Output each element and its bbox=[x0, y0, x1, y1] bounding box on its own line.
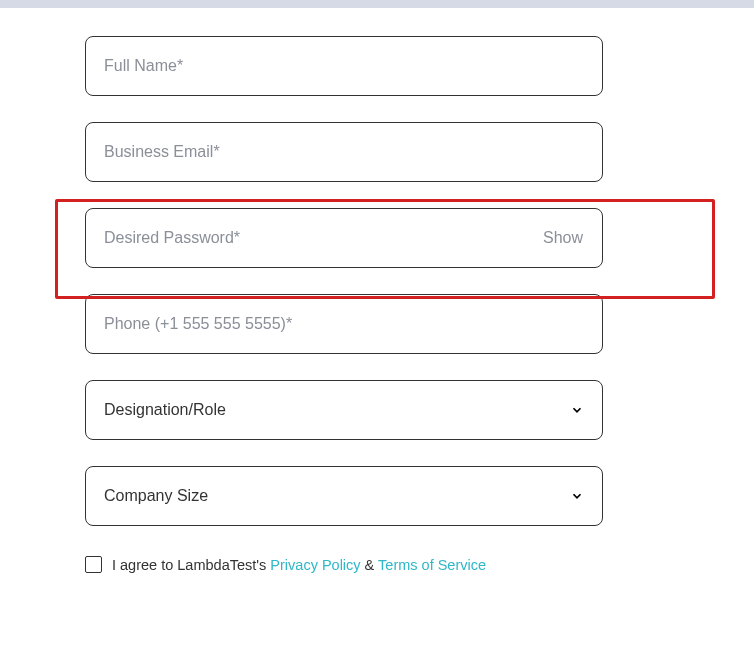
terms-of-service-link[interactable]: Terms of Service bbox=[378, 557, 486, 573]
agree-checkbox[interactable] bbox=[85, 556, 102, 573]
designation-select[interactable]: Designation/Role bbox=[85, 380, 603, 440]
privacy-policy-link[interactable]: Privacy Policy bbox=[270, 557, 360, 573]
password-input[interactable] bbox=[85, 208, 603, 268]
show-password-toggle[interactable]: Show bbox=[543, 229, 583, 247]
password-row: Show bbox=[85, 208, 603, 268]
full-name-input[interactable] bbox=[85, 36, 603, 96]
agree-ampersand: & bbox=[361, 557, 378, 573]
top-bar bbox=[0, 0, 754, 8]
designation-label: Designation/Role bbox=[104, 401, 226, 419]
signup-form: Show Designation/Role Company Size I agr… bbox=[0, 8, 754, 573]
agree-text: I agree to LambdaTest's Privacy Policy &… bbox=[112, 557, 486, 573]
agree-row: I agree to LambdaTest's Privacy Policy &… bbox=[85, 556, 669, 573]
business-email-input[interactable] bbox=[85, 122, 603, 182]
chevron-down-icon bbox=[570, 403, 584, 417]
phone-input[interactable] bbox=[85, 294, 603, 354]
company-size-select[interactable]: Company Size bbox=[85, 466, 603, 526]
company-size-label: Company Size bbox=[104, 487, 208, 505]
agree-prefix: I agree to LambdaTest's bbox=[112, 557, 270, 573]
chevron-down-icon bbox=[570, 489, 584, 503]
